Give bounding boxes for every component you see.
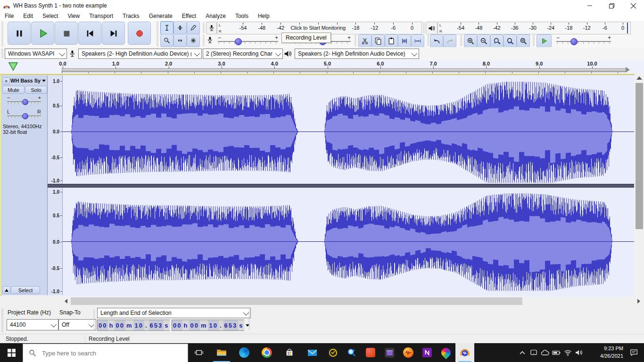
time-digit-group[interactable]: . — [144, 320, 149, 330]
wifi-icon[interactable] — [562, 343, 573, 362]
zoom-out-button[interactable] — [477, 34, 490, 48]
battery-icon[interactable] — [551, 343, 562, 362]
taskbar-clock[interactable]: 9:23 PM 4/26/2021 — [586, 345, 623, 360]
mute-button[interactable]: Mute — [2, 86, 25, 94]
volume-icon[interactable] — [573, 343, 585, 362]
chevron-up-icon[interactable] — [517, 343, 528, 362]
timeline-ruler[interactable]: 0.01.02.03.04.05.06.07.08.09.010.0 — [0, 60, 644, 74]
menu-tracks[interactable]: Tracks — [118, 13, 144, 19]
play-button[interactable] — [31, 22, 54, 45]
time-digit-group[interactable]: 00 — [172, 320, 182, 330]
envelope-tool-button[interactable] — [173, 21, 187, 34]
menu-tools[interactable]: Tools — [231, 13, 253, 19]
selection-grip[interactable] — [1, 308, 3, 332]
track-close-button[interactable]: × — [2, 77, 10, 85]
play-at-speed-button[interactable] — [537, 34, 552, 48]
time-digit-group[interactable]: s — [164, 320, 170, 330]
menu-effect[interactable]: Effect — [177, 13, 201, 19]
monitor-text[interactable]: Click to Start Monitoring — [290, 25, 346, 31]
vertical-scroll-thumb[interactable] — [636, 83, 643, 229]
time-digit-group[interactable]: 653 — [149, 320, 164, 330]
search-app-icon[interactable] — [342, 343, 361, 362]
zoom-in-button[interactable] — [464, 34, 477, 48]
undo-button[interactable] — [430, 34, 443, 48]
scroll-left-icon[interactable] — [65, 299, 67, 304]
menu-transport[interactable]: Transport — [84, 13, 118, 19]
time-digit-group[interactable]: . — [219, 320, 223, 330]
recording-volume-slider[interactable]: − + — [218, 35, 278, 45]
playback-device-select[interactable]: Speakers (2- High Definition Audio Devic… — [295, 49, 419, 59]
menu-edit[interactable]: Edit — [18, 13, 38, 19]
history-grip[interactable] — [427, 34, 429, 46]
chrome-icon[interactable] — [256, 343, 278, 362]
paint3d-icon[interactable] — [437, 343, 455, 362]
recording-meter-grip[interactable] — [203, 22, 205, 33]
zoom-tool-button[interactable] — [160, 34, 173, 47]
mixer-grip[interactable] — [203, 34, 205, 46]
playback-meter-speaker-icon[interactable] — [426, 22, 438, 34]
zoom-selection-button[interactable] — [490, 34, 504, 48]
stop-button[interactable] — [55, 22, 78, 45]
menu-help[interactable]: Help — [253, 13, 274, 19]
track-collapse-button[interactable] — [2, 286, 10, 294]
tablet-icon[interactable] — [528, 343, 539, 362]
recording-volume-thumb[interactable] — [235, 38, 242, 45]
silence-audio-button[interactable] — [411, 34, 424, 48]
time-digit-group[interactable]: 00 — [189, 320, 199, 330]
zoom-grip[interactable] — [460, 34, 462, 46]
time-digit-group[interactable]: s — [238, 320, 244, 330]
time-digit-group[interactable]: m — [200, 320, 208, 330]
audacity-icon[interactable] — [455, 343, 474, 362]
play-speed-thumb[interactable] — [570, 38, 578, 45]
time-digit-group[interactable]: 653 — [223, 320, 239, 330]
close-button[interactable] — [622, 0, 644, 11]
onenote-icon[interactable] — [418, 343, 437, 362]
scroll-up-icon[interactable] — [636, 76, 642, 80]
restore-button[interactable] — [601, 0, 622, 11]
track-select-button[interactable]: Select — [11, 286, 40, 294]
time-digit-group[interactable]: m — [125, 320, 134, 330]
vertical-scrollbar[interactable] — [635, 74, 644, 296]
task-view-icon[interactable] — [188, 343, 210, 362]
play-at-speed-grip[interactable] — [533, 34, 535, 46]
trim-audio-button[interactable] — [398, 34, 411, 48]
time-digit-group[interactable]: 10 — [208, 320, 218, 330]
track-name-button[interactable]: WH Bass Sy — [10, 77, 46, 84]
edit-grip[interactable] — [355, 34, 356, 46]
start-button[interactable] — [0, 343, 23, 362]
timeline-pin-icon[interactable] — [8, 61, 19, 72]
recording-meter-mic-icon[interactable] — [206, 22, 217, 34]
waveform-left-channel[interactable] — [63, 75, 634, 183]
audio-host-select[interactable]: Windows WASAPI — [5, 49, 67, 59]
menu-view[interactable]: View — [63, 13, 84, 19]
paste-button[interactable] — [385, 34, 398, 48]
minimize-button[interactable] — [579, 0, 601, 11]
waveform-right-channel[interactable] — [63, 188, 634, 295]
action-center-button[interactable] — [625, 343, 642, 362]
tools-grip[interactable] — [157, 22, 158, 46]
zoom-fit-button[interactable] — [504, 34, 517, 48]
time-digit-group[interactable]: 00 — [115, 320, 125, 330]
playback-meter-grip[interactable] — [423, 22, 425, 33]
solo-button[interactable]: Solo — [25, 86, 47, 94]
taskbar-search[interactable] — [23, 344, 188, 362]
pause-button[interactable] — [8, 22, 31, 45]
track-gain-slider[interactable]: − + — [7, 95, 41, 106]
norton-icon[interactable] — [323, 343, 342, 362]
device-grip[interactable] — [1, 49, 3, 58]
multi-tool-button[interactable] — [187, 34, 200, 47]
selection-tool-button[interactable] — [160, 21, 173, 34]
transport-grip[interactable] — [1, 22, 3, 46]
record-button[interactable] — [128, 22, 151, 45]
menu-select[interactable]: Select — [38, 13, 63, 19]
store-icon[interactable] — [278, 343, 301, 362]
track-pan-slider[interactable]: L R — [7, 109, 41, 120]
film-icon[interactable] — [380, 343, 399, 362]
time-shift-tool-button[interactable] — [173, 34, 187, 47]
project-rate-select[interactable]: 44100 — [7, 319, 58, 330]
zoom-toggle-button[interactable] — [517, 34, 530, 48]
draw-tool-button[interactable] — [187, 21, 200, 34]
recording-channels-select[interactable]: 2 (Stereo) Recording Chann — [203, 49, 283, 59]
menu-analyze[interactable]: Analyze — [201, 13, 231, 19]
time-digit-group[interactable]: 10 — [133, 320, 144, 330]
